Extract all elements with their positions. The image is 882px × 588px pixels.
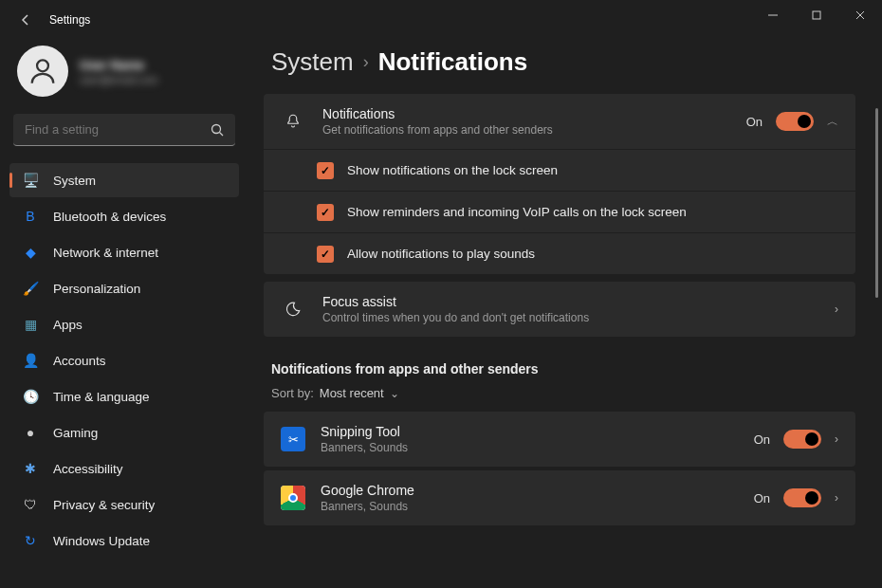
checkbox[interactable]: ✓	[317, 204, 334, 221]
caption-buttons	[751, 0, 882, 30]
sidebar-item-label: Network & internet	[53, 246, 158, 260]
main-content: System › Notifications Notifications Get…	[248, 40, 882, 588]
sidebar-item-system[interactable]: 🖥️System	[9, 163, 239, 197]
sidebar-item-accounts[interactable]: 👤Accounts	[9, 343, 239, 377]
search-icon	[211, 123, 224, 137]
sidebar-item-apps[interactable]: ▦Apps	[9, 307, 239, 341]
close-icon	[855, 10, 865, 20]
checkbox[interactable]: ✓	[317, 162, 334, 179]
svg-point-2	[37, 60, 48, 71]
sidebar: User Name user@email.com 🖥️SystemBBlueto…	[0, 40, 248, 588]
breadcrumb-current: Notifications	[378, 47, 527, 77]
app-toggle-label: On	[754, 491, 770, 505]
gamepad-icon: ●	[21, 423, 40, 442]
checkbox-label: Show reminders and incoming VoIP calls o…	[347, 205, 687, 219]
app-toggle[interactable]	[783, 488, 821, 507]
chevron-right-icon: ›	[363, 52, 369, 72]
notifications-card: Notifications Get notifications from app…	[264, 94, 855, 274]
sort-value: Most recent	[320, 386, 384, 400]
maximize-button[interactable]	[795, 0, 838, 30]
profile[interactable]: User Name user@email.com	[9, 40, 239, 114]
svg-rect-1	[813, 11, 820, 19]
profile-name: User Name	[80, 58, 158, 72]
paintbrush-icon: 🖌️	[21, 279, 40, 298]
sidebar-item-time-language[interactable]: 🕓Time & language	[9, 379, 239, 413]
sort-control[interactable]: Sort by: Most recent ⌄	[264, 382, 855, 412]
wifi-icon: ◆	[21, 243, 40, 262]
clock-icon: 🕓	[21, 387, 40, 406]
sidebar-item-label: Personalization	[53, 282, 140, 296]
notifications-subtitle: Get notifications from apps and other se…	[322, 123, 746, 137]
back-button[interactable]	[13, 8, 38, 32]
checkbox[interactable]: ✓	[317, 246, 334, 263]
app-notification-card: ✂ Snipping Tool Banners, Sounds On ›	[264, 412, 855, 467]
app-name: Google Chrome	[321, 483, 754, 498]
sidebar-item-label: Accounts	[53, 354, 106, 368]
chevron-right-icon: ›	[835, 303, 838, 316]
sidebar-item-bluetooth-devices[interactable]: BBluetooth & devices	[9, 199, 239, 233]
app-row[interactable]: ✂ Snipping Tool Banners, Sounds On ›	[264, 412, 855, 467]
chevron-right-icon: ›	[835, 432, 838, 446]
bell-icon	[281, 113, 305, 130]
notification-option-row[interactable]: ✓Show notifications on the lock screen	[264, 149, 855, 191]
search-input[interactable]	[25, 122, 211, 137]
notifications-title: Notifications	[322, 106, 746, 121]
body: User Name user@email.com 🖥️SystemBBlueto…	[0, 40, 882, 588]
minimize-icon	[768, 10, 778, 20]
shield-icon: 🛡	[21, 495, 40, 514]
focus-subtitle: Control times when you do and don't get …	[322, 311, 835, 324]
person-icon: 👤	[21, 351, 40, 370]
close-button[interactable]	[838, 0, 882, 30]
window-title: Settings	[49, 13, 90, 27]
sidebar-item-privacy-security[interactable]: 🛡Privacy & security	[9, 487, 239, 522]
checkbox-label: Show notifications on the lock screen	[347, 163, 558, 177]
minimize-button[interactable]	[751, 0, 795, 30]
bluetooth-icon: B	[21, 207, 40, 226]
notifications-toggle-label: On	[746, 115, 763, 129]
person-icon	[27, 55, 59, 87]
apps-section-title: Notifications from apps and other sender…	[264, 340, 855, 382]
sidebar-item-accessibility[interactable]: ✱Accessibility	[9, 451, 239, 486]
apps-icon: ▦	[21, 315, 40, 334]
sidebar-item-label: Gaming	[53, 426, 98, 440]
settings-window: Settings User Name user@email.com 🖥️S	[0, 0, 882, 588]
titlebar: Settings	[0, 0, 882, 40]
search-box[interactable]	[13, 114, 235, 146]
sidebar-item-label: Time & language	[53, 390, 150, 404]
sidebar-item-label: Apps	[53, 318, 83, 332]
profile-text: User Name user@email.com	[80, 58, 158, 85]
sidebar-item-gaming[interactable]: ●Gaming	[9, 415, 239, 450]
app-notification-card: Google Chrome Banners, Sounds On ›	[264, 470, 855, 525]
sidebar-item-personalization[interactable]: 🖌️Personalization	[9, 271, 239, 305]
scrollbar[interactable]	[875, 108, 878, 298]
svg-point-3	[212, 124, 221, 133]
sidebar-item-network-internet[interactable]: ◆Network & internet	[9, 235, 239, 269]
breadcrumb-parent[interactable]: System	[271, 47, 354, 77]
chevron-down-icon: ⌄	[390, 387, 399, 400]
app-name: Snipping Tool	[321, 424, 754, 439]
focus-assist-card: Focus assist Control times when you do a…	[264, 282, 855, 337]
sidebar-item-label: Privacy & security	[53, 498, 155, 512]
checkbox-label: Allow notifications to play sounds	[347, 247, 535, 261]
sidebar-item-windows-update[interactable]: ↻Windows Update	[9, 524, 239, 558]
app-toggle[interactable]	[783, 430, 821, 449]
app-icon: ✂	[281, 427, 305, 451]
arrow-left-icon	[19, 13, 32, 27]
profile-email: user@email.com	[80, 74, 158, 85]
chevron-right-icon: ›	[835, 491, 838, 505]
focus-assist-row[interactable]: Focus assist Control times when you do a…	[264, 282, 855, 337]
notifications-toggle[interactable]	[776, 112, 814, 131]
notification-option-row[interactable]: ✓Show reminders and incoming VoIP calls …	[264, 191, 855, 232]
maximize-icon	[812, 10, 821, 20]
sidebar-item-label: System	[53, 174, 96, 188]
app-row[interactable]: Google Chrome Banners, Sounds On ›	[264, 470, 855, 525]
app-toggle-label: On	[754, 432, 770, 447]
chevron-up-icon[interactable]: ︿	[827, 114, 838, 130]
breadcrumb: System › Notifications	[264, 44, 855, 94]
sidebar-item-label: Windows Update	[53, 534, 150, 548]
nav-list: 🖥️SystemBBluetooth & devices◆Network & i…	[9, 163, 239, 558]
focus-title: Focus assist	[322, 294, 835, 309]
sidebar-item-label: Accessibility	[53, 462, 123, 476]
notification-option-row[interactable]: ✓Allow notifications to play sounds	[264, 232, 855, 274]
notifications-row[interactable]: Notifications Get notifications from app…	[264, 94, 855, 149]
